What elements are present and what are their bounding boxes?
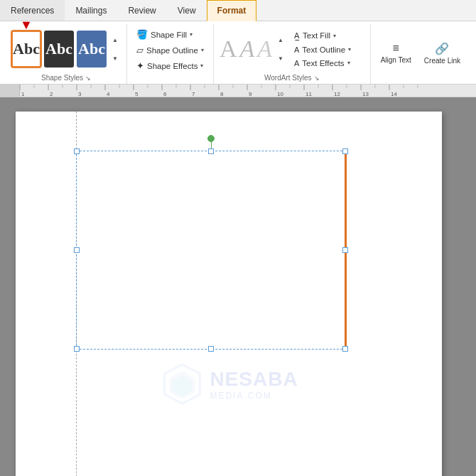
text-effects-dropdown[interactable]: ▾ — [347, 60, 350, 66]
watermark: NESABA MEDIA.COM — [159, 361, 298, 407]
wordart-letter-2[interactable]: A — [239, 36, 254, 63]
document-area[interactable]: NESABA MEDIA.COM — [0, 97, 476, 476]
svg-text:7: 7 — [192, 91, 195, 97]
ruler: 1 2 3 4 5 6 7 8 9 — [0, 85, 476, 97]
abc-style-1[interactable]: Abc — [11, 31, 41, 67]
svg-text:3: 3 — [78, 91, 82, 97]
text-outline-dropdown[interactable]: ▾ — [348, 46, 351, 53]
textbox-outline[interactable] — [76, 151, 346, 350]
svg-text:11: 11 — [305, 91, 312, 97]
app-container: References Mailings Review View Format ▼… — [0, 0, 476, 476]
ruler-left — [0, 85, 20, 97]
svg-text:1: 1 — [21, 91, 25, 97]
shape-options-content: 🪣 Shape Fill ▾ ▱ Shape Outline ▾ ✦ Shape… — [133, 24, 207, 76]
shape-options-group: 🪣 Shape Fill ▾ ▱ Shape Outline ▾ ✦ Shape… — [127, 24, 214, 84]
svg-text:8: 8 — [220, 91, 224, 97]
watermark-logo — [159, 361, 205, 407]
shape-fill-icon: 🪣 — [136, 29, 148, 40]
svg-text:9: 9 — [249, 91, 252, 97]
svg-marker-44 — [169, 371, 195, 399]
wordart-more-button[interactable]: ▲ ▼ — [275, 31, 286, 67]
text-content: ≡ Align Text 🔗 Create Link — [377, 24, 465, 82]
tab-bar: References Mailings Review View Format — [0, 0, 476, 21]
svg-marker-45 — [172, 375, 192, 396]
create-link-icon: 🔗 — [435, 42, 449, 55]
tab-review[interactable]: Review — [117, 0, 166, 21]
handle-bottom-right[interactable] — [342, 346, 348, 352]
svg-text:12: 12 — [334, 91, 340, 97]
shape-styles-label: Shape Styles ↘ — [11, 74, 121, 84]
abc-style-2[interactable]: Abc — [44, 31, 74, 67]
shape-fill-dropdown[interactable]: ▾ — [190, 31, 193, 38]
ribbon: References Mailings Review View Format ▼… — [0, 0, 476, 85]
wordart-styles-label: WordArt Styles ↘ — [220, 74, 364, 84]
red-arrow: ▼ — [20, 18, 33, 33]
shape-outline-button[interactable]: ▱ Shape Outline ▾ — [133, 43, 207, 58]
shape-styles-group: ▼ Abc Abc Abc ▲ ▼ Shape Styles ↘ — [6, 24, 127, 84]
shape-options-label — [133, 76, 207, 78]
align-text-icon: ≡ — [393, 42, 399, 55]
shape-styles-content: ▼ Abc Abc Abc ▲ ▼ — [11, 24, 121, 74]
text-fill-icon: A̲ — [294, 31, 300, 40]
create-link-button[interactable]: 🔗 Create Link — [420, 27, 465, 79]
tab-mailings[interactable]: Mailings — [65, 0, 117, 21]
shape-outline-dropdown[interactable]: ▾ — [201, 47, 204, 53]
shape-outline-icon: ▱ — [136, 45, 144, 55]
handle-bottom-middle[interactable] — [208, 346, 214, 352]
wordart-letter-3[interactable]: A — [257, 36, 272, 63]
text-group-label — [377, 82, 465, 84]
wordart-letters: A A A ▲ ▼ — [220, 31, 286, 67]
text-fill-button[interactable]: A̲ Text Fill ▾ — [291, 29, 355, 43]
align-text-button[interactable]: ≡ Align Text — [377, 27, 416, 79]
wordart-content: A A A ▲ ▼ A̲ Text Fill — [220, 24, 355, 74]
text-fill-dropdown[interactable]: ▾ — [333, 33, 336, 39]
svg-text:14: 14 — [391, 91, 397, 97]
text-effects-button[interactable]: A Text Effects ▾ — [291, 57, 355, 70]
handle-middle-left[interactable] — [74, 247, 80, 253]
svg-text:5: 5 — [135, 91, 139, 97]
svg-text:4: 4 — [107, 91, 110, 97]
handle-middle-right[interactable] — [342, 247, 348, 253]
shape-fill-button[interactable]: 🪣 Shape Fill ▾ — [133, 27, 207, 42]
svg-text:13: 13 — [362, 91, 369, 97]
handle-top-right[interactable] — [342, 148, 348, 154]
watermark-text-block: NESABA MEDIA.COM — [210, 367, 298, 401]
handle-top-left[interactable] — [74, 148, 80, 154]
svg-marker-43 — [164, 364, 200, 404]
text-outline-button[interactable]: A Text Outline ▾ — [291, 43, 355, 56]
wordart-letter-1[interactable]: A — [220, 36, 237, 63]
textbox-container[interactable] — [76, 151, 346, 350]
handle-top-middle[interactable] — [208, 148, 214, 154]
wordart-expand[interactable]: ↘ — [314, 75, 320, 82]
wordart-styles-group: A A A ▲ ▼ A̲ Text Fill — [214, 24, 371, 84]
svg-text:10: 10 — [277, 91, 283, 97]
shape-effects-icon: ✦ — [136, 60, 144, 71]
ruler-marks: 1 2 3 4 5 6 7 8 9 — [20, 85, 476, 97]
tab-format[interactable]: Format — [207, 0, 257, 21]
shape-effects-button[interactable]: ✦ Shape Effects ▾ — [133, 58, 207, 73]
text-group: ≡ Align Text 🔗 Create Link — [371, 24, 470, 84]
abc-style-3[interactable]: Abc — [77, 31, 107, 67]
wordart-options: A̲ Text Fill ▾ A Text Outline ▾ A Text E… — [291, 29, 355, 70]
rotation-handle[interactable] — [207, 135, 215, 142]
ribbon-content: ▼ Abc Abc Abc ▲ ▼ Shape Styles ↘ — [0, 21, 476, 84]
text-effects-icon: A — [294, 59, 299, 67]
page: NESABA MEDIA.COM — [16, 112, 442, 476]
handle-bottom-left[interactable] — [74, 346, 80, 352]
shape-effects-dropdown[interactable]: ▾ — [200, 63, 203, 69]
shape-styles-expand[interactable]: ↘ — [85, 75, 91, 82]
text-outline-icon: A — [294, 45, 299, 54]
more-styles-button[interactable]: ▲ ▼ — [109, 31, 121, 67]
tab-view[interactable]: View — [167, 0, 207, 21]
ruler-svg: 1 2 3 4 5 6 7 8 9 — [20, 85, 476, 97]
svg-text:2: 2 — [50, 91, 53, 97]
svg-text:6: 6 — [163, 91, 167, 97]
